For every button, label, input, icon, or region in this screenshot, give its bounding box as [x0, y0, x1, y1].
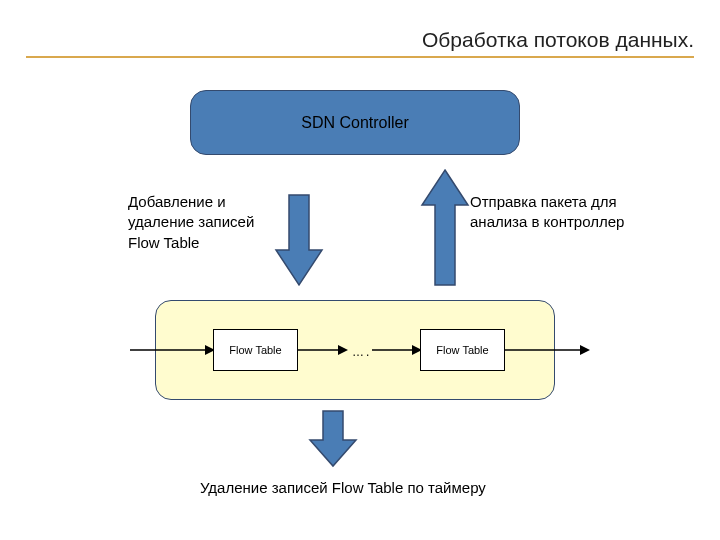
title-underline [26, 56, 694, 58]
thin-arrow-mid-icon [298, 340, 348, 360]
label-send-packet: Отправка пакета для анализа в контроллер [470, 192, 630, 233]
label-add-remove: Добавление и удаление записей Flow Table [128, 192, 288, 253]
thin-arrow-out-icon [505, 340, 590, 360]
sdn-controller-box: SDN Controller [190, 90, 520, 155]
thin-arrow-in-icon [130, 340, 215, 360]
thin-arrow-mid2-icon [372, 340, 422, 360]
flow-table-box-1: Flow Table [213, 329, 298, 371]
arrow-down-bottom-icon [308, 408, 358, 470]
flow-table-box-2: Flow Table [420, 329, 505, 371]
svg-marker-10 [310, 411, 356, 466]
label-timer-remove: Удаление записей Flow Table по таймеру [200, 478, 540, 498]
ellipsis-label: …. [352, 345, 371, 359]
sdn-controller-label: SDN Controller [301, 114, 409, 132]
flow-table-label-1: Flow Table [229, 344, 281, 356]
flow-table-label-2: Flow Table [436, 344, 488, 356]
svg-marker-9 [580, 345, 590, 355]
svg-marker-5 [338, 345, 348, 355]
svg-marker-1 [422, 170, 468, 285]
arrow-up-icon [420, 165, 470, 290]
page-title: Обработка потоков данных. [422, 28, 694, 52]
